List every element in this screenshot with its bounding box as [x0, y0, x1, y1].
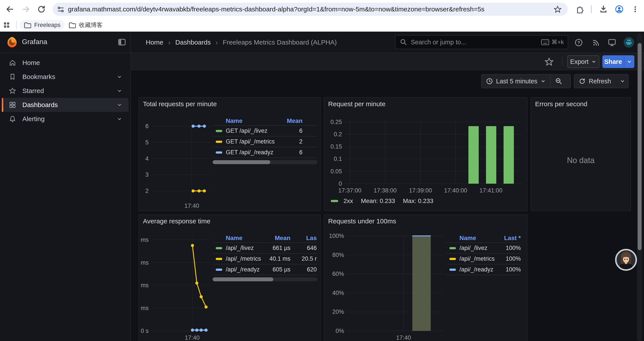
legend-col-header[interactable]: Last * — [500, 235, 521, 242]
share-button-label[interactable]: Share — [602, 55, 624, 68]
refresh-button[interactable]: Refresh — [574, 75, 616, 88]
chevron-down-icon[interactable] — [116, 102, 122, 108]
legend-series-name[interactable]: /api/_/metrics — [460, 255, 495, 262]
grafana-logo[interactable] — [6, 37, 18, 48]
panel-average-response-time: Average response time 80 ms60 ms40 ms20 … — [138, 214, 321, 341]
breadcrumb-dashboards[interactable]: Dashboards — [175, 39, 211, 46]
legend-scrollbar-thumb[interactable] — [212, 160, 270, 164]
user-avatar[interactable] — [624, 37, 634, 48]
page-scrollbar-thumb[interactable] — [638, 43, 642, 250]
legend-col-header[interactable]: Mean — [268, 235, 290, 242]
brand-name[interactable]: Grafana — [22, 38, 47, 46]
refresh-interval-dropdown[interactable] — [616, 75, 630, 88]
profile-icon[interactable] — [612, 2, 626, 16]
legend-series-name[interactable]: GET /api/_/livez — [226, 128, 268, 134]
share-dropdown-button[interactable] — [624, 55, 634, 68]
legend-header: NameMean — [212, 117, 318, 126]
avatar-face-illustration — [616, 250, 636, 269]
dashboards-grid-icon — [9, 101, 16, 109]
legend-series-name[interactable]: /api/_/metrics — [226, 255, 261, 262]
legend-row: GET /api/_/readyz6 — [212, 147, 318, 158]
series-color-dash — [331, 200, 338, 202]
legend-series-name[interactable]: /api/_/livez — [460, 245, 488, 251]
legend-series-name[interactable]: /api/_/readyz — [226, 266, 260, 273]
svg-text:0.25: 0.25 — [330, 119, 342, 125]
search-input[interactable]: Search or jump to... ⌘+k — [395, 35, 568, 49]
legend-col-header[interactable]: Las — [290, 235, 317, 242]
time-range-label: Last 5 minutes — [496, 78, 538, 85]
legend-value: 20.5 r — [290, 255, 317, 262]
breadcrumb-home[interactable]: Home — [146, 39, 163, 46]
time-range-picker[interactable]: Last 5 minutes — [482, 75, 550, 88]
zoom-out-button[interactable] — [550, 75, 567, 88]
back-icon[interactable] — [3, 2, 17, 16]
bookmark-folder-blogs[interactable]: 收藏博客 — [64, 20, 106, 30]
search-shortcut: ⌘+k — [541, 39, 564, 46]
legend-value: 6 — [285, 149, 302, 156]
share-button[interactable]: Share — [602, 55, 634, 68]
url-bar[interactable]: grafana.mathmast.com/d/deytv4rwavabkb/fr… — [52, 3, 568, 16]
sidebar-item-bookmarks[interactable]: Bookmarks — [2, 70, 128, 84]
legend-value: 620 — [290, 266, 317, 273]
chevron-down-icon[interactable] — [116, 116, 122, 122]
legend-series-name[interactable]: 2xx — [344, 197, 353, 204]
panel-title[interactable]: Errors per second — [535, 100, 587, 108]
time-controls: Last 5 minutes — [481, 74, 571, 88]
keyboard-icon — [541, 39, 549, 46]
bookmark-folder-freeleaps[interactable]: Freeleaps — [20, 20, 64, 30]
svg-text:4: 4 — [145, 155, 148, 162]
legend-row: /api/_/livez661 µs646 — [212, 243, 318, 254]
extensions-icon[interactable] — [573, 2, 587, 16]
downloads-icon[interactable] — [596, 2, 610, 16]
browser-menu-icon[interactable] — [628, 2, 642, 16]
reload-icon[interactable] — [34, 2, 48, 16]
favorite-star-icon[interactable] — [544, 57, 554, 67]
chevron-down-icon — [591, 59, 596, 64]
legend-value: 2 — [285, 138, 302, 145]
help-icon[interactable]: ? — [574, 38, 584, 47]
legend-series-name[interactable]: /api/_/readyz — [460, 266, 494, 273]
apps-grid-icon[interactable] — [0, 20, 13, 30]
panel-request-per-minute: Request per minute 0.250.20.150.10.05017… — [324, 97, 528, 211]
export-button[interactable]: Export — [567, 55, 599, 68]
legend-line: 2xx Mean: 0.233 Max: 0.233 — [331, 197, 433, 204]
legend-header: NameLast * — [446, 234, 521, 243]
legend-col-header[interactable]: Name — [212, 117, 285, 124]
dock-menu-icon[interactable] — [118, 38, 126, 47]
legend-col-header[interactable]: Mean — [285, 117, 302, 124]
legend-row: /api/_/readyz100% — [446, 264, 521, 275]
kiosk-monitor-icon[interactable] — [607, 38, 617, 47]
bar-chart[interactable]: 0.250.20.150.10.05017:37:0017:38:0017:39… — [324, 98, 528, 211]
chevron-down-icon — [540, 79, 546, 84]
legend-series-name[interactable]: /api/_/livez — [226, 245, 254, 251]
search-icon — [400, 38, 407, 46]
legend-col-header[interactable]: Name — [446, 235, 500, 242]
legend-series-name[interactable]: GET /api/_/readyz — [226, 149, 273, 156]
sidebar-item-starred[interactable]: Starred — [2, 84, 128, 98]
site-settings-icon[interactable] — [57, 6, 64, 13]
svg-text:0: 0 — [339, 180, 342, 187]
bookmark-label: 收藏博客 — [79, 21, 102, 29]
svg-text:5: 5 — [145, 139, 148, 146]
sidebar-item-dashboards[interactable]: Dashboards — [2, 98, 128, 112]
news-rss-icon[interactable] — [592, 38, 601, 47]
toolbar-divider — [562, 58, 563, 66]
url-text[interactable]: grafana.mathmast.com/d/deytv4rwavabkb/fr… — [68, 6, 546, 13]
legend-value: 661 µs — [268, 245, 290, 251]
chevron-down-icon[interactable] — [116, 74, 122, 80]
legend-series-name[interactable]: GET /api/_/metrics — [226, 138, 275, 145]
assistant-avatar[interactable] — [615, 249, 637, 271]
legend-col-header[interactable]: Name — [212, 235, 268, 242]
legend-value: 605 µs — [268, 266, 290, 273]
refresh-controls: Refresh — [574, 74, 629, 88]
zoom-out-icon — [555, 78, 562, 85]
sidebar-item-alerting[interactable]: Alerting — [2, 112, 128, 126]
breadcrumb: Home › Dashboards › Freeleaps Metrics Da… — [146, 38, 337, 47]
forward-icon[interactable] — [19, 2, 33, 16]
legend-scrollbar-thumb[interactable] — [212, 277, 273, 281]
chevron-down-icon[interactable] — [116, 88, 122, 94]
bookmark-icon — [9, 73, 16, 81]
legend-table: NameMeanLas/api/_/livez661 µs646/api/_/m… — [212, 234, 318, 281]
sidebar-item-home[interactable]: Home — [2, 56, 128, 70]
bookmark-star-icon[interactable] — [554, 5, 562, 14]
